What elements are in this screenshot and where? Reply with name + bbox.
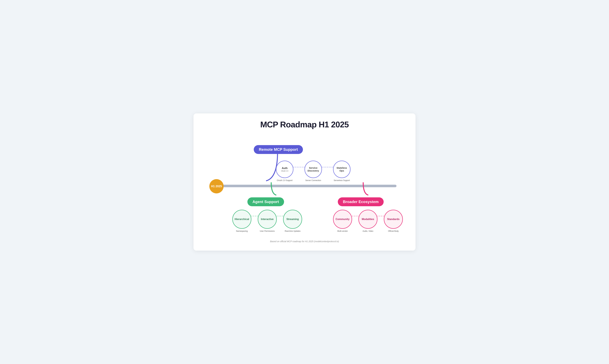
green-dashed-1 (251, 216, 258, 216)
dashed-line-1 (293, 167, 304, 167)
stateless-ops-caption: Serverless Support (334, 179, 350, 182)
page-title: MCP Roadmap H1 2025 (203, 120, 406, 129)
remote-mcp-label: Remote MCP Support (254, 145, 303, 154)
agent-support-label: Agent Support (248, 197, 284, 206)
interactive-caption: User Permissions (260, 230, 275, 232)
pink-curve-svg (359, 182, 374, 198)
stateless-ops-circle-group: StatelessOps Serverless Support (333, 161, 350, 182)
hierarchical-caption: Namespacing (236, 230, 248, 232)
auth-caption: OAuth 2.0 Support (277, 179, 292, 182)
footer-note: Based on official MCP roadmap for H1 202… (203, 240, 406, 243)
main-card: MCP Roadmap H1 2025 H1 2025 Remote MCP S… (194, 113, 415, 251)
community-caption: Multi-vendor (337, 230, 348, 232)
diagram-area: H1 2025 Remote MCP Support Auth OAuth 2.… (203, 136, 406, 237)
community-circle-group: Community Multi-vendor (333, 210, 352, 232)
interactive-circle-group: Interactive User Permissions (258, 210, 277, 232)
interactive-circle: Interactive (258, 210, 277, 229)
broader-ecosystem-label: Broader Ecosystem (338, 197, 384, 206)
standards-caption: Official Body (388, 230, 399, 232)
service-discovery-circle: ServiceDiscovery (304, 161, 322, 178)
streaming-circle: Streaming (283, 210, 302, 229)
auth-circle-group: Auth OAuth 2.0 OAuth 2.0 Support (276, 161, 293, 182)
green-curve-svg (266, 182, 282, 198)
modalities-caption: Audio, Video (362, 230, 373, 232)
streaming-circle-group: Streaming Real-time Updates (283, 210, 302, 232)
pink-dashed-1 (352, 216, 359, 216)
stateless-ops-circle: StatelessOps (333, 161, 350, 178)
hierarchical-circle-group: Hierarchical Namespacing (232, 210, 251, 232)
streaming-caption: Real-time Updates (285, 230, 300, 232)
pink-dashed-2 (377, 216, 384, 216)
dashed-line-2 (322, 167, 333, 167)
auth-circle: Auth OAuth 2.0 (276, 161, 293, 178)
service-discovery-caption: Server Connection (305, 179, 321, 182)
h1-circle: H1 2025 (209, 179, 224, 193)
green-dashed-2 (277, 216, 283, 216)
modalities-circle: Modalities (359, 210, 377, 229)
modalities-circle-group: Modalities Audio, Video (359, 210, 377, 232)
standards-circle-group: Standards Official Body (384, 210, 403, 232)
community-circle: Community (333, 210, 352, 229)
hierarchical-circle: Hierarchical (232, 210, 251, 229)
standards-circle: Standards (384, 210, 403, 229)
service-discovery-circle-group: ServiceDiscovery Server Connection (304, 161, 322, 182)
